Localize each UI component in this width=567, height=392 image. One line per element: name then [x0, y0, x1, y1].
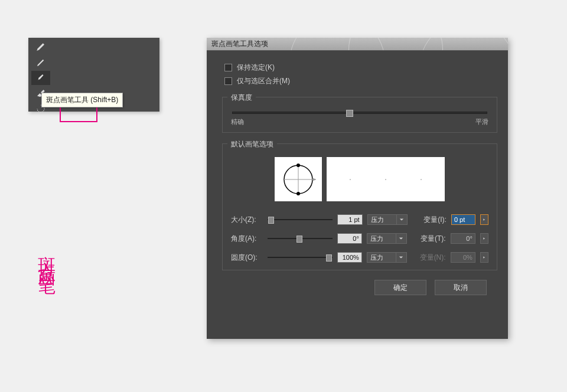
angle-slider[interactable] [268, 238, 333, 239]
param-rows: 大小(Z): 1 pt 压力 变量(I): 0 pt 角度(A): 0° [231, 213, 488, 264]
size-row: 大小(Z): 1 pt 压力 变量(I): 0 pt [231, 213, 488, 226]
angle-row: 角度(A): 0° 压力 变量(T): 0° [231, 232, 488, 245]
svg-point-6 [350, 179, 350, 179]
fidelity-group-title: 保真度 [227, 93, 256, 103]
roundness-row: 圆度(O): 100% 压力 变量(N): 0% [231, 251, 488, 264]
svg-point-8 [421, 179, 421, 179]
size-label: 大小(Z): [231, 215, 263, 225]
fidelity-slider-handle[interactable] [346, 110, 353, 117]
pencil-tool-icon[interactable] [31, 55, 50, 70]
blob-brush-tool-icon[interactable] [31, 71, 50, 85]
fidelity-group: 保真度 精确 平滑 [222, 97, 497, 133]
merge-selection-checkbox[interactable] [224, 77, 232, 85]
blob-brush-options-dialog: 斑点画笔工具选项 保持选定(K) 仅与选区合并(M) 保真度 精确 平滑 默认画… [207, 38, 508, 339]
brush-angle-preview[interactable] [275, 157, 322, 201]
roundness-mode-arrow-icon[interactable] [396, 252, 407, 263]
cancel-button[interactable]: 取消 [435, 280, 487, 295]
fidelity-left-label: 精确 [231, 117, 244, 126]
fidelity-slider[interactable] [232, 112, 487, 114]
angle-var-stepper-icon[interactable] [480, 233, 488, 244]
ellipse-icon [279, 161, 317, 198]
dialog-footer: 确定 取消 [222, 270, 497, 295]
angle-mode-select[interactable]: 压力 [367, 233, 396, 244]
angle-slider-handle[interactable] [296, 236, 302, 243]
angle-label: 角度(A): [231, 234, 263, 244]
dialog-title: 斑点画笔工具选项 [211, 39, 268, 49]
roundness-mode-select[interactable]: 压力 [367, 252, 396, 263]
titlebar-decoration [278, 38, 508, 50]
angle-var-label: 变量(T): [415, 234, 446, 244]
angle-var-field[interactable]: 0° [451, 233, 475, 244]
keep-selected-row: 保持选定(K) [224, 63, 497, 73]
angle-mode-arrow-icon[interactable] [396, 233, 407, 244]
svg-marker-2 [312, 178, 316, 181]
paintbrush-tool-icon[interactable] [31, 40, 50, 54]
dialog-body: 保持选定(K) 仅与选区合并(M) 保真度 精确 平滑 默认画笔选项 [207, 51, 508, 303]
size-var-field[interactable]: 0 pt [451, 214, 475, 225]
roundness-slider[interactable] [268, 257, 333, 258]
page-vertical-title: 斑点画笔 [34, 242, 58, 270]
size-slider[interactable] [268, 219, 333, 220]
size-mode-select[interactable]: 压力 [367, 214, 397, 225]
svg-point-4 [296, 164, 300, 167]
roundness-label: 圆度(O): [231, 253, 263, 263]
roundness-slider-handle[interactable] [326, 254, 332, 262]
brush-preview-row [231, 157, 488, 201]
svg-point-5 [296, 192, 300, 195]
svg-point-7 [385, 179, 386, 179]
keep-selected-label: 保持选定(K) [237, 63, 275, 73]
fidelity-right-label: 平滑 [475, 117, 488, 126]
brush-stroke-preview[interactable] [327, 157, 445, 201]
roundness-value-field[interactable]: 100% [337, 252, 362, 263]
ok-button[interactable]: 确定 [374, 280, 426, 295]
angle-value-field[interactable]: 0° [337, 233, 362, 244]
tool-tooltip: 斑点画笔工具 (Shift+B) [41, 93, 123, 107]
size-var-label: 变量(I): [416, 215, 447, 225]
merge-selection-label: 仅与选区合并(M) [237, 76, 290, 86]
brush-defaults-group: 默认画笔选项 [222, 143, 497, 270]
roundness-var-label: 变量(N): [415, 253, 446, 263]
keep-selected-checkbox[interactable] [224, 64, 232, 71]
fidelity-labels: 精确 平滑 [231, 117, 488, 126]
size-mode-arrow-icon[interactable] [397, 214, 408, 225]
brush-defaults-title: 默认画笔选项 [227, 139, 277, 149]
dialog-titlebar[interactable]: 斑点画笔工具选项 [207, 38, 508, 51]
roundness-var-stepper-icon [480, 252, 488, 263]
stroke-dots-icon [333, 168, 439, 191]
size-slider-handle[interactable] [268, 217, 274, 224]
roundness-var-field: 0% [451, 252, 475, 263]
size-var-stepper-icon[interactable] [480, 214, 488, 225]
merge-selection-row: 仅与选区合并(M) [224, 76, 497, 86]
size-value-field[interactable]: 1 pt [337, 214, 363, 225]
